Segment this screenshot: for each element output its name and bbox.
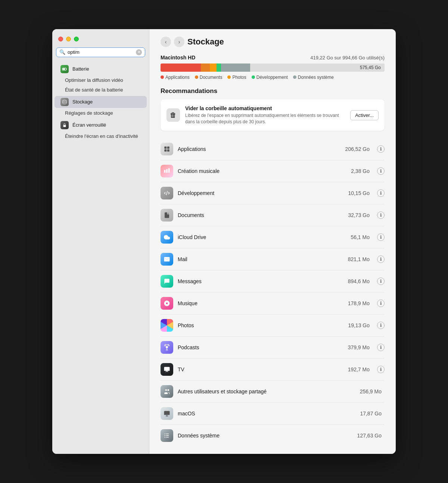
sidebar-item-stockage[interactable]: Stockage xyxy=(55,96,147,108)
creation-musicale-info-button[interactable]: ℹ xyxy=(377,167,385,175)
recommendations-title: Recommandations xyxy=(161,87,385,95)
donnees-systeme-icon xyxy=(161,429,173,442)
storage-item-macos: macOS 17,87 Go xyxy=(161,403,385,425)
sidebar-item-optimiser-diffusion[interactable]: Optimiser la diffusion vidéo xyxy=(55,75,147,85)
svg-rect-2 xyxy=(66,69,67,69)
legend-label-apps: Applications xyxy=(165,75,190,80)
musique-label: Musique xyxy=(178,300,343,306)
sidebar-item-battery-label: Batterie xyxy=(72,66,89,72)
icloud-info-button[interactable]: ℹ xyxy=(377,233,385,241)
battery-icon xyxy=(60,65,69,73)
disk-name: Macintosh HD xyxy=(161,55,195,61)
donnees-systeme-size: 127,63 Go xyxy=(357,433,382,439)
svg-rect-1 xyxy=(63,68,65,70)
svg-point-14 xyxy=(166,303,168,304)
svg-rect-10 xyxy=(166,169,168,173)
sidebar-section-stockage: Stockage Réglages de stockage xyxy=(52,96,149,118)
sidebar-item-ecran-verrouille-label: Écran verrouillé xyxy=(72,122,106,128)
recommendation-card: 🗑 Vider la corbeille automatiquement Lib… xyxy=(161,99,385,131)
tv-size: 192,7 Mo xyxy=(348,366,370,372)
forward-button[interactable]: › xyxy=(174,37,184,47)
svg-rect-19 xyxy=(164,411,170,415)
bar-segment-dev xyxy=(217,64,221,72)
legend-photos: Photos xyxy=(227,75,246,80)
legend-dot-apps xyxy=(161,75,164,79)
sidebar-item-eteindre-ecran[interactable]: Éteindre l'écran en cas d'inactivité xyxy=(55,131,147,141)
traffic-lights xyxy=(52,37,149,47)
storage-item-autres-utilisateurs: Autres utilisateurs et stockage partagé … xyxy=(161,381,385,403)
autres-utilisateurs-icon xyxy=(161,385,173,398)
messages-size: 894,6 Mo xyxy=(348,278,370,284)
lock-icon xyxy=(60,121,69,129)
icloud-size: 56,1 Mo xyxy=(351,234,370,240)
maximize-button[interactable] xyxy=(74,37,79,41)
documents-label: Documents xyxy=(178,212,343,218)
svg-rect-11 xyxy=(168,168,170,173)
storage-bar: 575,45 Go xyxy=(161,64,385,72)
podcasts-info-button[interactable]: ℹ xyxy=(377,344,385,351)
legend-label-docs: Documents xyxy=(200,75,223,80)
bar-segment-photos xyxy=(210,64,217,72)
donnees-systeme-label: Données système xyxy=(178,433,353,439)
creation-musicale-size: 2,38 Go xyxy=(351,168,370,174)
sidebar: 🔍 optim ✕ Batterie Optimiser la diffusio… xyxy=(52,29,149,454)
sidebar-item-reglages-stockage[interactable]: Réglages de stockage xyxy=(55,108,147,118)
nav-bar: ‹ › Stockage xyxy=(161,37,385,47)
mail-size: 821,1 Mo xyxy=(348,256,370,262)
macos-size: 17,87 Go xyxy=(360,411,382,417)
applications-info-button[interactable]: ℹ xyxy=(377,145,385,153)
storage-item-creation-musicale: Création musicale 2,38 Go ℹ xyxy=(161,160,385,182)
legend-dot-photos xyxy=(227,75,231,79)
developpement-info-button[interactable]: ℹ xyxy=(377,189,385,197)
storage-legend: Applications Documents Photos Développem… xyxy=(161,75,385,80)
search-box[interactable]: 🔍 optim ✕ xyxy=(56,47,145,57)
storage-item-donnees-systeme: Données système 127,63 Go xyxy=(161,425,385,446)
applications-size: 206,52 Go xyxy=(345,146,370,152)
minimize-button[interactable] xyxy=(66,37,71,41)
search-icon: 🔍 xyxy=(59,49,65,55)
storage-item-mail: Mail 821,1 Mo ℹ xyxy=(161,248,385,270)
bar-segment-system xyxy=(221,64,250,72)
developpement-icon xyxy=(161,187,173,199)
search-input[interactable]: optim xyxy=(68,49,134,55)
bar-segment-apps xyxy=(161,64,201,72)
macos-icon xyxy=(161,407,173,420)
sidebar-item-battery[interactable]: Batterie xyxy=(55,63,147,75)
podcasts-size: 379,9 Mo xyxy=(348,344,370,350)
documents-info-button[interactable]: ℹ xyxy=(377,211,385,219)
autres-utilisateurs-label: Autres utilisateurs et stockage partagé xyxy=(178,388,355,394)
tv-label: TV xyxy=(178,366,343,372)
search-clear-button[interactable]: ✕ xyxy=(136,49,142,55)
documents-size: 32,73 Go xyxy=(348,212,370,218)
photos-info-button[interactable]: ℹ xyxy=(377,322,385,329)
sidebar-item-etat-sante-label: État de santé de la batterie xyxy=(65,87,123,93)
mail-info-button[interactable]: ℹ xyxy=(377,256,385,263)
storage-item-icloud: iCloud Drive 56,1 Mo ℹ xyxy=(161,226,385,248)
svg-rect-26 xyxy=(166,436,169,436)
messages-label: Messages xyxy=(178,278,343,284)
main-window: 🔍 optim ✕ Batterie Optimiser la diffusio… xyxy=(52,29,396,454)
activate-button[interactable]: Activer... xyxy=(350,110,379,120)
disk-usage: 419,22 Go sur 994,66 Go utilisé(s) xyxy=(310,55,385,61)
svg-point-18 xyxy=(168,389,169,391)
svg-rect-6 xyxy=(167,147,169,149)
storage-item-photos: Photos 19,13 Go ℹ xyxy=(161,315,385,337)
tv-info-button[interactable]: ℹ xyxy=(377,366,385,373)
close-button[interactable] xyxy=(58,37,63,41)
musique-info-button[interactable]: ℹ xyxy=(377,300,385,307)
storage-item-musique: Musique 178,9 Mo ℹ xyxy=(161,292,385,315)
sidebar-item-etat-sante[interactable]: État de santé de la batterie xyxy=(55,85,147,95)
developpement-size: 10,15 Go xyxy=(348,190,370,196)
sidebar-item-ecran-verrouille[interactable]: Écran verrouillé xyxy=(55,119,147,131)
sidebar-item-optimiser-diffusion-label: Optimiser la diffusion vidéo xyxy=(65,77,123,83)
mail-icon xyxy=(161,253,173,266)
messages-info-button[interactable]: ℹ xyxy=(377,278,385,285)
back-button[interactable]: ‹ xyxy=(161,37,171,47)
svg-line-12 xyxy=(167,191,168,195)
disk-header: Macintosh HD 419,22 Go sur 994,66 Go uti… xyxy=(161,55,385,61)
sidebar-item-eteindre-ecran-label: Éteindre l'écran en cas d'inactivité xyxy=(65,133,138,139)
bar-segment-free: 575,45 Go xyxy=(250,64,385,72)
svg-rect-25 xyxy=(166,434,169,434)
rec-desc: Libérez de l'espace en supprimant automa… xyxy=(185,112,345,125)
legend-dot-docs xyxy=(195,75,198,79)
